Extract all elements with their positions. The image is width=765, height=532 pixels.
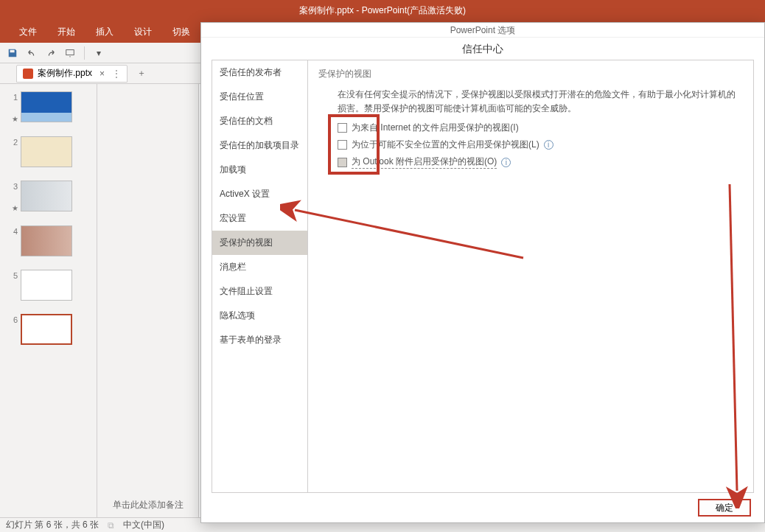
- nav-item[interactable]: ActiveX 设置: [212, 182, 307, 206]
- save-icon[interactable]: [4, 45, 21, 61]
- nav-item[interactable]: 受信任的加载项目录: [212, 133, 307, 158]
- nav-item[interactable]: 受保护的视图: [212, 231, 307, 255]
- language-indicator[interactable]: 中文(中国): [123, 519, 164, 531]
- nav-item[interactable]: 受信任的发布者: [212, 60, 307, 85]
- ok-button[interactable]: 确定: [698, 499, 751, 517]
- thumb-number: 6: [6, 314, 18, 324]
- dialog-body: 受信任的发布者受信任位置受信任的文档受信任的加载项目录加载项ActiveX 设置…: [212, 60, 754, 493]
- status-separator: ⧉: [108, 520, 114, 531]
- thumb-star-icon: [12, 280, 18, 293]
- thumb-row[interactable]: 4: [0, 223, 97, 267]
- pptx-icon: [23, 69, 33, 79]
- slide-thumbnail[interactable]: [21, 270, 72, 301]
- thumb-row[interactable]: 6: [0, 311, 97, 355]
- thumb-number: 2: [6, 136, 18, 147]
- section-heading: 受保护的视图: [318, 68, 743, 80]
- redo-icon[interactable]: [43, 45, 59, 61]
- thumb-number: 5: [6, 270, 18, 280]
- thumb-star-icon: [12, 147, 18, 160]
- thumb-number: 3: [6, 181, 18, 191]
- thumb-row[interactable]: 2: [0, 133, 97, 178]
- qat-separator: [84, 46, 85, 60]
- nav-item[interactable]: 基于表单的登录: [212, 328, 307, 352]
- tab-file[interactable]: 文件: [9, 21, 47, 43]
- checkbox-row[interactable]: 为 Outlook 附件启用受保护的视图(O)i: [338, 155, 743, 169]
- thumb-row[interactable]: 1★: [0, 88, 97, 133]
- dialog-nav: 受信任的发布者受信任位置受信任的文档受信任的加载项目录加载项ActiveX 设置…: [212, 60, 308, 492]
- thumb-star-icon: ★: [12, 102, 18, 123]
- document-tab[interactable]: 案例制作.pptx × ⋮: [16, 65, 128, 83]
- nav-item[interactable]: 宏设置: [212, 206, 307, 231]
- dialog-window-title: PowerPoint 选项: [201, 23, 764, 38]
- info-icon[interactable]: i: [544, 140, 553, 150]
- thumb-star-icon: [12, 236, 18, 249]
- tab-design[interactable]: 设计: [124, 21, 162, 43]
- start-slideshow-icon[interactable]: [62, 45, 78, 61]
- notes-placeholder: 单击此处添加备注: [113, 499, 184, 511]
- document-tab-label: 案例制作.pptx: [38, 67, 92, 80]
- thumb-star-icon: ★: [12, 191, 18, 212]
- nav-item[interactable]: 受信任位置: [212, 85, 307, 109]
- undo-icon[interactable]: [24, 45, 40, 61]
- nav-item[interactable]: 文件阻止设置: [212, 279, 307, 304]
- checkbox-label: 为来自 Internet 的文件启用受保护的视图(I): [352, 122, 519, 134]
- slide-counter: 幻灯片 第 6 张，共 6 张: [6, 519, 99, 531]
- section-description: 在没有任何安全提示的情况下，受保护视图以受限模式打开潜在的危险文件，有助于最小化…: [338, 88, 743, 116]
- trust-center-dialog: PowerPoint 选项 信任中心 受信任的发布者受信任位置受信任的文档受信任…: [200, 22, 765, 523]
- svg-rect-0: [66, 49, 74, 55]
- nav-item[interactable]: 隐私选项: [212, 304, 307, 328]
- thumb-row[interactable]: 3★: [0, 178, 97, 223]
- tab-home[interactable]: 开始: [47, 21, 85, 43]
- dialog-content: 受保护的视图 在没有任何安全提示的情况下，受保护视图以受限模式打开潜在的危险文件…: [308, 60, 753, 492]
- nav-item[interactable]: 加载项: [212, 158, 307, 182]
- nav-item[interactable]: 受信任的文档: [212, 109, 307, 133]
- qat-customize-icon[interactable]: ▾: [91, 45, 107, 61]
- dialog-title: 信任中心: [201, 38, 764, 60]
- slide-thumbnail[interactable]: [21, 91, 72, 122]
- checkbox-row[interactable]: 为位于可能不安全位置的文件启用受保护视图(L)i: [338, 139, 743, 151]
- checkbox-row[interactable]: 为来自 Internet 的文件启用受保护的视图(I): [338, 122, 743, 134]
- info-icon[interactable]: i: [501, 158, 511, 167]
- slide-thumbnail[interactable]: [21, 314, 72, 345]
- checkbox[interactable]: [338, 123, 347, 133]
- thumb-star-icon: [12, 324, 18, 337]
- new-tab-button[interactable]: ＋: [133, 66, 150, 82]
- notes-pane[interactable]: 单击此处添加备注: [97, 84, 199, 517]
- close-tab-icon[interactable]: ×: [97, 69, 108, 79]
- slide-thumbnail[interactable]: [21, 136, 72, 167]
- nav-item[interactable]: 消息栏: [212, 255, 307, 279]
- thumb-number: 4: [6, 225, 18, 236]
- checkbox[interactable]: [338, 158, 347, 167]
- checkbox[interactable]: [338, 140, 347, 150]
- tab-insert[interactable]: 插入: [85, 21, 124, 43]
- dialog-footer: 确定: [201, 493, 764, 522]
- thumb-row[interactable]: 5: [0, 267, 97, 311]
- app-titlebar: 案例制作.pptx - PowerPoint(产品激活失败): [0, 0, 765, 21]
- tab-transition[interactable]: 切换: [162, 21, 200, 43]
- checkbox-label: 为 Outlook 附件启用受保护的视图(O): [352, 155, 497, 169]
- thumb-number: 1: [6, 91, 18, 102]
- slide-thumbnails-panel: 1★23★456: [0, 84, 97, 517]
- checkbox-label: 为位于可能不安全位置的文件启用受保护视图(L): [352, 139, 539, 151]
- slide-thumbnail[interactable]: [21, 225, 72, 256]
- slide-thumbnail[interactable]: [21, 181, 72, 211]
